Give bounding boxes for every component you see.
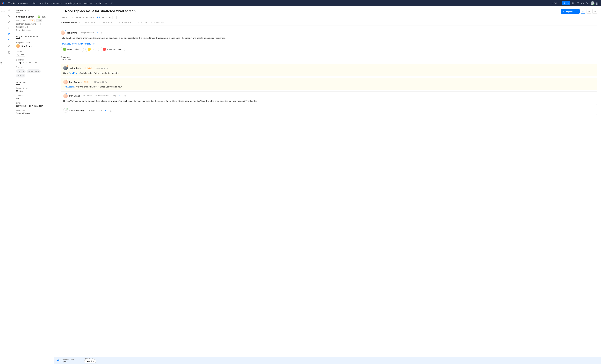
section-rule: [16, 38, 20, 39]
rating-question[interactable]: How happy are you with our service?: [61, 42, 597, 45]
reply-dropdown[interactable]: [575, 9, 580, 14]
tab-sort-icon[interactable]: [593, 22, 595, 25]
nav-social[interactable]: Social: [96, 0, 101, 6]
expand-message-button[interactable]: ⤢: [110, 109, 112, 111]
timer-refresh-button[interactable]: ↻: [113, 16, 116, 19]
message-body: Yod Agbaria, Why the phone has not reach…: [63, 86, 594, 88]
bulb-icon[interactable]: [8, 20, 11, 23]
message-time: 30 Mar 12:09 AM (responded in 3 hours): [83, 95, 116, 97]
contact-name-row: Santhosh Singh . 80%: [16, 15, 46, 18]
tab-resolution[interactable]: RESOLUTION: [84, 22, 95, 25]
contact-name[interactable]: Santhosh Singh: [16, 15, 34, 18]
share-icon[interactable]: [8, 45, 11, 48]
gamepad-icon[interactable]: [581, 2, 584, 5]
contact-website[interactable]: DesignIndus.com: [16, 29, 50, 32]
ticket-header: Need replacement for shattered zPad scre…: [54, 6, 601, 25]
company-name[interactable]: Design Indus: [16, 20, 28, 22]
app-logo: [2, 1, 5, 5]
mention-link[interactable]: Yod Agbaria: [63, 86, 74, 88]
tab-approvals[interactable]: 2 APPROVALS: [151, 22, 164, 25]
sender-name[interactable]: Yod Agbaria: [69, 67, 81, 69]
contact-email[interactable]: santhosh.design@email.com: [16, 22, 50, 25]
sender-name[interactable]: Don Evans: [67, 31, 77, 34]
rating-good-button[interactable]: Loved it. Thanks: [61, 47, 84, 52]
status-chip[interactable]: Open: [16, 53, 25, 56]
message-private: ✎ Yod Agbaria . Private . 02 Apr 03:12 P…: [61, 64, 597, 76]
nav-knowledge-base[interactable]: Knowledge Base: [65, 0, 81, 6]
gear-icon[interactable]: [586, 2, 589, 5]
transition-label: TRANSITION: [84, 358, 96, 359]
tab-time-entry[interactable]: 2 TIME ENTRY: [99, 22, 112, 25]
svg-point-6: [9, 16, 9, 16]
channel-value: Mail: [16, 97, 50, 100]
sender-avatar[interactable]: ✎: [63, 80, 68, 84]
sender-name[interactable]: Don Evans: [69, 81, 80, 83]
owner-row[interactable]: Don Evans: [16, 44, 50, 48]
ticket-title: Need replacement for shattered zPad scre…: [65, 9, 136, 13]
history-icon[interactable]: [8, 26, 11, 30]
resolve-button[interactable]: Resolve: [84, 359, 96, 364]
blueprint-icon: [57, 359, 60, 362]
flag-icon[interactable]: [8, 32, 11, 36]
product-switcher[interactable]: zPad: [551, 1, 560, 5]
section-rule: [16, 12, 20, 13]
contact-phone[interactable]: (+26) 669-7787: [16, 25, 50, 29]
sender-avatar[interactable]: ↗: [61, 30, 65, 35]
apps-grid-icon[interactable]: [596, 2, 599, 5]
collapse-panel-button[interactable]: [1, 8, 5, 12]
sender-avatar[interactable]: ↗: [63, 93, 68, 98]
create-dropdown[interactable]: [567, 1, 570, 5]
layers-button[interactable]: [592, 9, 597, 14]
profile-avatar[interactable]: [591, 1, 594, 5]
close-blueprint-button[interactable]: ✕: [74, 359, 75, 361]
nav-community[interactable]: Community: [51, 0, 62, 6]
expand-message-button[interactable]: ⤢: [101, 31, 104, 34]
expand-message-button[interactable]: ⤢: [123, 95, 126, 97]
message: ↗ Don Evans . 30 Mar 12:09 AM (responded…: [61, 91, 597, 105]
create-button[interactable]: +: [562, 1, 567, 5]
sender-avatar[interactable]: ✎: [63, 66, 68, 70]
bot-icon[interactable]: [8, 14, 11, 17]
sender-name[interactable]: Santhosh Singh: [69, 109, 85, 111]
search-icon[interactable]: [572, 2, 574, 5]
rating-bad-button[interactable]: It was Bad. Sorry!: [100, 47, 125, 52]
nav-customers[interactable]: Customers: [18, 0, 28, 6]
tag-chip[interactable]: zPhone: [16, 69, 26, 73]
nav-im[interactable]: IM: [105, 0, 107, 6]
svg-point-5: [8, 15, 10, 17]
svg-point-25: [59, 360, 59, 361]
chevron-right-icon: 〉: [79, 358, 82, 363]
tab-activities[interactable]: 4 ACTIVITIES: [135, 22, 147, 25]
mail-icon: [61, 10, 64, 13]
tab-attachments[interactable]: 3 ATTACHMENTS: [116, 22, 131, 25]
nav-right: zPad +: [551, 1, 599, 5]
tab-conversation[interactable]: 6 CONVERSATION: [61, 21, 80, 25]
nav-activities[interactable]: Activities: [84, 0, 92, 6]
status-value: Open: [20, 54, 24, 56]
calendar-icon[interactable]: [576, 2, 579, 5]
mention-link[interactable]: Don Evans.: [69, 72, 80, 74]
panel-drag-handle[interactable]: ❚❚: [0, 61, 2, 65]
reply-all-button[interactable]: Reply All: [561, 9, 575, 14]
approval-icon[interactable]: [8, 39, 11, 42]
caret-down-icon: [568, 2, 569, 4]
comment-button[interactable]: [581, 9, 585, 14]
rating-ok-button[interactable]: Okay: [85, 47, 99, 52]
nav-analytics[interactable]: Analytics: [39, 0, 48, 6]
nav-more-icon[interactable]: [110, 2, 113, 5]
product-label: zPad: [552, 2, 557, 4]
more-actions-button[interactable]: [587, 9, 591, 14]
sender-name[interactable]: Don Evans: [69, 95, 80, 97]
ticket-icon[interactable]: [8, 8, 11, 11]
timer-pause-button[interactable]: ❚❚: [96, 16, 101, 19]
atom-icon[interactable]: [8, 51, 11, 54]
tag-chip[interactable]: Screen Issue: [27, 69, 41, 73]
nav-chat[interactable]: Chat: [31, 0, 36, 6]
read-receipt-icon: ✓✓: [117, 95, 120, 97]
create-button-group: +: [562, 1, 570, 5]
issuetype-label: Issue Type: [16, 109, 50, 111]
sender-avatar[interactable]: SS↙: [63, 108, 68, 113]
tag-chip[interactable]: Broken: [16, 74, 25, 78]
ticket-id[interactable]: #9282: [61, 16, 68, 19]
nav-tickets[interactable]: Tickets: [8, 0, 15, 6]
